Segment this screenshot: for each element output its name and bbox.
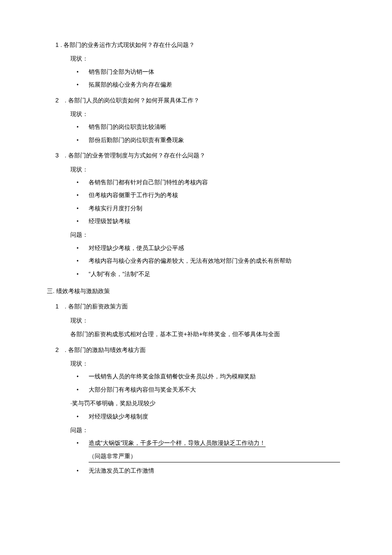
list-item: • 销售部门全部为访销一体 — [77, 67, 345, 76]
bullet-icon: • — [77, 269, 89, 279]
list-item: • 各销售部门都有针对自己部门特性的考核内容 — [77, 177, 345, 187]
list-item: • 对经理级缺少考核制度 — [77, 412, 345, 421]
q3-title: 3 . 各部门的业务管理制度与方式如何？存在什么问题？ — [55, 151, 345, 160]
bullet-text: 各销售部门都有针对自己部门特性的考核内容 — [89, 177, 345, 187]
bullet-text: 考核内容与核心业务内容的偏差较大，无法有效地对部门业务的成长有所帮助 — [89, 256, 345, 265]
bullet-icon: • — [77, 67, 89, 76]
list-item: • 大部分部门有考核内容但与奖金关系不大 — [77, 385, 345, 394]
bullet-icon: • — [77, 216, 89, 226]
list-item: • 销售部门的岗位职责比较清晰 — [77, 122, 345, 131]
s3-2-problem-note-row: （问题非常严重） — [89, 451, 345, 462]
bullet-text: 对经理缺少考核，使员工缺少公平感 — [89, 243, 345, 253]
list-item: • 拓展部的核心业务方向存在偏差 — [77, 80, 345, 89]
bullet-text: “人制”有余，“法制”不足 — [89, 269, 345, 279]
bullet-text: 对经理级缺少考核制度 — [89, 412, 345, 421]
s3-1-title: 1 . 各部门的薪资政策方面 — [55, 302, 345, 311]
s3-2-dot-line: ·奖与罚不够明确，奖励兑现较少 — [70, 398, 345, 408]
bullet-icon: • — [77, 177, 89, 187]
section-3-heading: 三. 绩效考核与激励政策 — [47, 286, 345, 296]
bullet-icon: • — [77, 438, 89, 447]
list-item: • 对经理缺少考核，使员工缺少公平感 — [77, 243, 345, 253]
s3-2-problem-label: 问题： — [70, 425, 345, 435]
q1-title: 1 . 各部门的业务运作方式现状如何？存在什么问题？ — [55, 40, 345, 49]
list-item: • 经理级暂缺考核 — [77, 216, 345, 226]
list-item: • “人制”有余，“法制”不足 — [77, 269, 345, 279]
bullet-icon: • — [77, 135, 89, 145]
list-item: • 部份后勤部门的岗位职责有重叠现象 — [77, 135, 345, 145]
bullet-icon: • — [77, 243, 89, 253]
q1-status-label: 现状： — [70, 54, 345, 63]
s3-1-status-text: 各部门的薪资构成形式相对合理，基本工资+补助+年终奖金，但不够具体与全面 — [70, 329, 345, 339]
bullet-text: 拓展部的核心业务方向存在偏差 — [89, 80, 345, 89]
bullet-text: 部份后勤部门的岗位职责有重叠现象 — [89, 135, 345, 145]
bullet-icon: • — [77, 256, 89, 265]
bullet-icon: • — [77, 122, 89, 131]
bullet-text: 但考核内容侧重于工作行为的考核 — [89, 190, 345, 200]
bullet-text: 大部分部门有考核内容但与奖金关系不大 — [89, 385, 345, 394]
s3-2-title: 2 . 各部门的激励与绩效考核方面 — [55, 345, 345, 355]
s3-2-problem-note: （问题非常严重） — [89, 451, 340, 462]
list-item: • 一线销售人员的年终奖金除直销餐饮业务员以外，均为模糊奖励 — [77, 372, 345, 381]
list-item: • 但考核内容侧重于工作行为的考核 — [77, 190, 345, 200]
bullet-icon: • — [77, 385, 89, 394]
bullet-icon: • — [77, 372, 89, 381]
bullet-icon: • — [77, 80, 89, 89]
bullet-icon: • — [77, 203, 89, 213]
list-item: • 考核内容与核心业务内容的偏差较大，无法有效地对部门业务的成长有所帮助 — [77, 256, 345, 265]
list-item: • 考核实行月度打分制 — [77, 203, 345, 213]
q2-status-label: 现状： — [70, 109, 345, 119]
q3-problem-label: 问题： — [70, 230, 345, 239]
s3-2-problem-underline: 造成“大锅饭”现象，干多干少一个样，导致人员散漫缺乏工作动力！ — [89, 438, 345, 447]
bullet-text: 经理级暂缺考核 — [89, 216, 345, 226]
bullet-text: 销售部门全部为访销一体 — [89, 67, 345, 76]
bullet-text: 销售部门的岗位职责比较清晰 — [89, 122, 345, 131]
q2-title: 2 . 各部门人员的岗位职责如何？如何开展具体工作？ — [55, 96, 345, 105]
s3-2-status-label: 现状： — [70, 359, 345, 368]
bullet-icon: • — [77, 466, 89, 475]
list-item: • 造成“大锅饭”现象，干多干少一个样，导致人员散漫缺乏工作动力！ — [77, 438, 345, 447]
bullet-text: 考核实行月度打分制 — [89, 203, 345, 213]
list-item: • 无法激发员工的工作激情 — [77, 466, 345, 475]
s3-1-status-label: 现状： — [70, 316, 345, 325]
q3-status-label: 现状： — [70, 165, 345, 174]
bullet-text: 一线销售人员的年终奖金除直销餐饮业务员以外，均为模糊奖励 — [89, 372, 345, 381]
bullet-icon: • — [77, 412, 89, 421]
bullet-text: 无法激发员工的工作激情 — [89, 466, 345, 475]
bullet-icon: • — [77, 190, 89, 200]
